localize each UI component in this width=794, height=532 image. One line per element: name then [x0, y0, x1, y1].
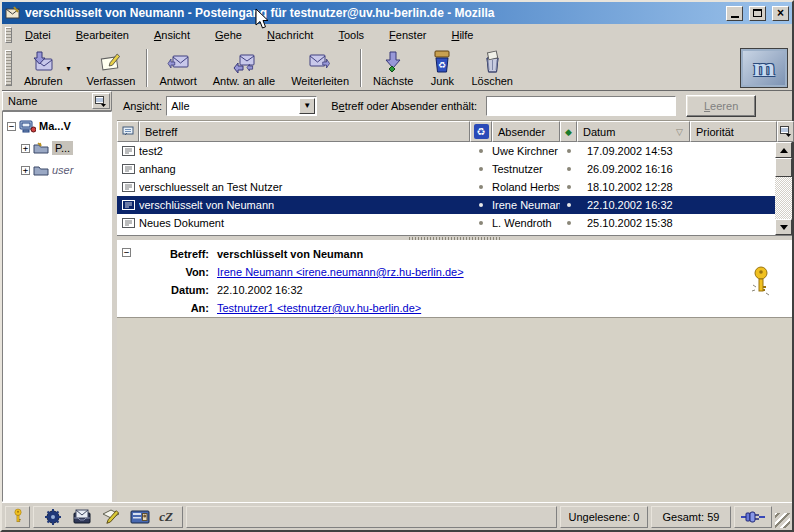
read-status-dot[interactable]	[567, 185, 571, 189]
to-address-link[interactable]: Testnutzer1 <testnutzer@uv.hu-berlin.de>	[217, 302, 421, 314]
junk-status-dot[interactable]	[479, 221, 483, 225]
mail-component-icon[interactable]	[72, 508, 92, 526]
toolbar-separator	[146, 49, 148, 87]
inbox-folder-label: P...	[52, 141, 73, 155]
menu-nachricht[interactable]: Nachricht	[258, 26, 322, 44]
encryption-key-icon[interactable]	[750, 265, 772, 299]
quick-search-input[interactable]	[486, 96, 676, 116]
mozilla-logo[interactable]: m	[740, 48, 788, 88]
from-address-link[interactable]: Irene Neumann <irene.neumann@rz.hu-berli…	[217, 266, 464, 278]
tree-item-inbox[interactable]: + P...	[3, 137, 111, 159]
menu-gehe[interactable]: Gehe	[206, 26, 251, 44]
svg-text:♻: ♻	[438, 60, 446, 70]
junk-button[interactable]: ♻ Junk	[422, 49, 462, 87]
status-text-panel	[186, 506, 557, 528]
view-select-value: Alle	[171, 100, 299, 112]
chevron-down-icon[interactable]: ▼	[299, 98, 315, 114]
compose-button[interactable]: Verfassen	[80, 49, 143, 87]
menu-fenster[interactable]: Fenster	[380, 26, 435, 44]
toolbar-grippy[interactable]	[5, 50, 12, 86]
menu-hilfe[interactable]: Hilfe	[442, 26, 482, 44]
chatzilla-icon[interactable]: cZ	[159, 509, 173, 525]
message-row-selected[interactable]: verschlüsselt von Neumann Irene Neumann …	[117, 196, 777, 214]
delete-button[interactable]: Löschen	[464, 49, 520, 87]
navigator-icon[interactable]	[43, 508, 63, 526]
column-header-absender[interactable]: Absender	[492, 121, 560, 142]
folder-column-header[interactable]: Name	[2, 91, 112, 111]
online-status-panel[interactable]	[734, 506, 772, 528]
security-panel[interactable]	[5, 506, 30, 528]
junk-status-dot[interactable]	[479, 203, 483, 207]
menu-bearbeiten[interactable]: Bearbeiten	[67, 26, 138, 44]
clear-search-button[interactable]: Leeren	[686, 95, 756, 117]
scrollbar-thumb[interactable]	[775, 158, 792, 177]
folder-column-picker-icon[interactable]	[92, 93, 110, 109]
window-title: verschlüsselt von Neumann - Posteingang …	[25, 6, 720, 20]
reply-all-button[interactable]: Antw. an alle	[206, 49, 282, 87]
maximize-button[interactable]	[749, 6, 766, 21]
main-area: Name −	[2, 91, 792, 502]
expand-twisty-icon[interactable]: +	[21, 166, 30, 175]
thread-list-header: Betreff ♻ Absender ◆ Datum ▽ Priorität	[117, 121, 792, 142]
collapse-header-twisty-icon[interactable]: −	[122, 248, 131, 257]
forward-button[interactable]: Weiterleiten	[284, 49, 356, 87]
expand-twisty-icon[interactable]: +	[21, 144, 30, 153]
thread-list-scrollbar[interactable]	[775, 142, 792, 235]
get-mail-dropdown-icon[interactable]: ▾	[67, 64, 71, 73]
junk-status-dot[interactable]	[479, 167, 483, 171]
junk-status-dot[interactable]	[479, 185, 483, 189]
column-header-junk[interactable]: ♻	[470, 121, 492, 142]
read-status-dot[interactable]	[567, 203, 571, 207]
read-status-dot[interactable]	[567, 221, 571, 225]
message-row[interactable]: test2 Uwe Kirchner 17.09.2002 14:53	[117, 142, 777, 160]
next-button[interactable]: Nächste	[366, 49, 420, 87]
titlebar[interactable]: verschlüsselt von Neumann - Posteingang …	[2, 2, 792, 24]
subject-label: Betreff:	[117, 248, 217, 260]
column-header-betreff[interactable]: Betreff	[139, 121, 470, 142]
statusbar: cZ Ungelesene: 0 Gesamt: 59	[2, 502, 792, 530]
resize-grip[interactable]	[775, 513, 790, 528]
reply-button[interactable]: Antwort	[152, 49, 203, 87]
mozilla-mail-window: verschlüsselt von Neumann - Posteingang …	[0, 0, 794, 532]
compose-icon	[98, 50, 124, 74]
scroll-down-icon[interactable]	[775, 219, 792, 235]
tree-item-user[interactable]: + user	[3, 159, 111, 181]
date-label: Datum:	[117, 284, 217, 296]
menu-tools[interactable]: Tools	[329, 26, 373, 44]
junk-status-dot[interactable]	[479, 149, 483, 153]
view-select[interactable]: Alle ▼	[166, 96, 317, 116]
unread-count: Ungelesene: 0	[560, 506, 648, 528]
close-button[interactable]: ×	[772, 6, 789, 21]
sort-descending-icon: ▽	[676, 127, 683, 137]
address-book-icon[interactable]	[130, 508, 150, 526]
message-row[interactable]: verschluesselt an Test Nutzer Roland Her…	[117, 178, 777, 196]
message-subject: verschlüsselt von Neumann	[217, 248, 363, 260]
thread-list: test2 Uwe Kirchner 17.09.2002 14:53 anha…	[117, 142, 792, 235]
menu-ansicht[interactable]: Ansicht	[145, 26, 199, 44]
collapse-twisty-icon[interactable]: −	[7, 122, 16, 131]
scroll-up-icon[interactable]	[775, 142, 792, 158]
thread-column-picker-icon[interactable]	[777, 121, 794, 142]
read-status-dot[interactable]	[567, 149, 571, 153]
message-row[interactable]: anhang Testnutzer 26.09.2002 16:16	[117, 160, 777, 178]
composer-icon[interactable]	[101, 508, 121, 526]
message-row[interactable]: Neues Dokument L. Wendroth 25.10.2002 15…	[117, 214, 777, 232]
column-header-prioritaet[interactable]: Priorität	[690, 121, 777, 142]
splitter-grippy[interactable]	[409, 237, 501, 240]
tree-item-account[interactable]: − Ma...V	[3, 115, 111, 137]
minimize-button[interactable]	[726, 6, 743, 21]
thread-column-button[interactable]	[117, 121, 139, 142]
envelope-icon	[122, 164, 135, 174]
menu-datei[interactable]: Datei	[16, 26, 60, 44]
mail-toolbar: Abrufen ▾ Verfassen Antwort	[2, 46, 792, 91]
menubar: Datei Bearbeiten Ansicht Gehe Nachricht …	[2, 24, 792, 46]
reply-all-icon	[231, 50, 257, 74]
toolbar-separator	[360, 49, 362, 87]
view-search-bar: Ansicht: Alle ▼ Betreff oder Absender en…	[117, 91, 792, 121]
menubar-grippy[interactable]	[5, 27, 12, 43]
column-header-unread[interactable]: ◆	[560, 121, 577, 142]
column-header-datum[interactable]: Datum ▽	[577, 121, 690, 142]
read-status-dot[interactable]	[567, 167, 571, 171]
envelope-icon	[122, 200, 135, 210]
get-mail-button[interactable]: Abrufen ▾	[17, 49, 78, 87]
